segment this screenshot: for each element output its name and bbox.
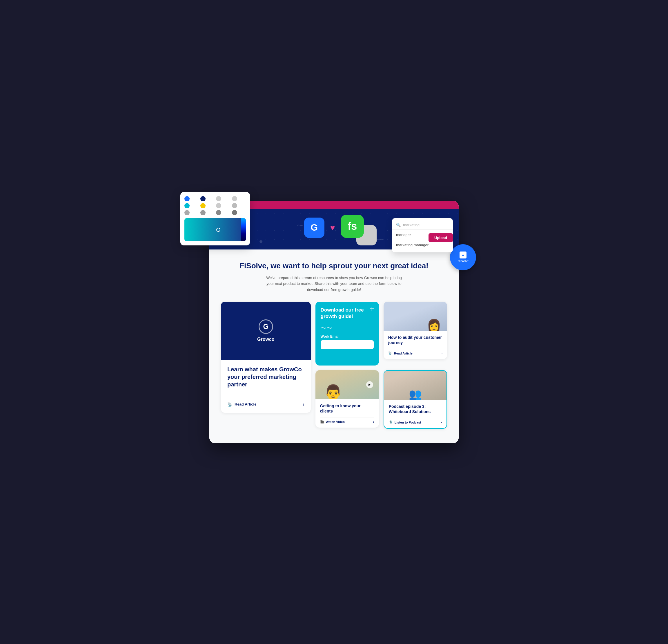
upload-button[interactable]: Upload (428, 233, 453, 242)
play-button[interactable]: ▶ (366, 381, 373, 388)
search-input-row: 🔍 marketing (392, 221, 453, 230)
download-card-title: Download our free growth guide! (321, 307, 374, 320)
search-icon: 🔍 (396, 223, 401, 227)
fs-logo: fs (341, 215, 364, 238)
podcast-card-body: Podcast episode 3: Whiteboard Solutions … (384, 400, 446, 428)
podcast-card-chevron: › (441, 421, 442, 424)
color-gradient-picker[interactable] (184, 218, 246, 241)
color-dot-yellow[interactable] (200, 203, 206, 208)
email-label: Work Email (321, 334, 374, 339)
deco-symbol-2: ♦ (259, 237, 263, 245)
video-card-image: ▶ (316, 370, 379, 399)
podcast-card-title: Podcast episode 3: Whiteboard Solutions (389, 404, 442, 414)
wifi-icon: 📡 (227, 402, 232, 407)
color-dot-gray7[interactable] (216, 210, 221, 215)
video-card: ▶ Getting to know your clients 🎬 Watch V… (316, 370, 379, 428)
clearbit-badge: Clearbit (450, 244, 476, 270)
clearbit-icon (459, 252, 467, 258)
big-card-hero: G Growco (221, 302, 311, 360)
content-area: FiSolve, we want to help sprout your nex… (209, 250, 459, 444)
email-input[interactable] (321, 340, 374, 349)
deco-symbol-3: ⁓ (297, 221, 304, 229)
color-dot-gray1[interactable] (216, 196, 221, 201)
article-card-link[interactable]: 📡 Read Article › (388, 349, 442, 355)
big-card-body: Learn what makes GrowCo your preferred m… (221, 360, 311, 413)
video-icon: 🎬 (320, 420, 324, 423)
color-dot-gray5[interactable] (184, 210, 189, 215)
color-dot-gray3[interactable] (216, 203, 221, 208)
color-dot-blue[interactable] (184, 196, 189, 201)
page-header: FiSolve, we want to help sprout your nex… (221, 261, 447, 293)
clearbit-label: Clearbit (457, 260, 468, 263)
page-subtitle: We've prepared this stream of resources … (264, 275, 404, 293)
g-logo: G (304, 218, 324, 238)
video-card-watch-label: Watch Video (326, 420, 345, 423)
video-card-title: Getting to know your clients (320, 403, 374, 414)
video-card-chevron: › (373, 420, 374, 423)
big-card-chevron: › (303, 402, 304, 407)
cards-grid: G Growco Learn what makes GrowCo your pr… (221, 302, 447, 429)
hue-bar[interactable] (241, 218, 246, 241)
podcast-card-listen-label: Listen to Podcast (395, 421, 421, 424)
podcast-card-link[interactable]: 🎙️ Listen to Podcast › (389, 418, 442, 424)
podcast-card-image (384, 371, 446, 400)
color-dot-teal[interactable] (184, 203, 189, 208)
page-title: FiSolve, we want to help sprout your nex… (221, 261, 447, 271)
video-card-body: Getting to know your clients 🎬 Watch Vid… (316, 399, 379, 428)
big-card-title: Learn what makes GrowCo your preferred m… (227, 365, 304, 388)
big-card: G Growco Learn what makes GrowCo your pr… (221, 302, 311, 413)
color-dots (184, 196, 246, 215)
article-wifi-icon: 📡 (388, 351, 392, 355)
big-card-read-link[interactable]: 📡 Read Article › (227, 402, 304, 407)
color-dot-gray8[interactable] (232, 210, 237, 215)
deco-symbol-4: ⁓ (377, 235, 384, 243)
color-picker-card (180, 192, 250, 245)
video-card-link[interactable]: 🎬 Watch Video › (320, 417, 374, 423)
download-card: Download our free growth guide! 〜〜 Work … (316, 302, 379, 365)
article-card-chevron: › (441, 351, 442, 355)
growco-label: Growco (257, 337, 275, 342)
color-dot-gray6[interactable] (200, 210, 206, 215)
color-dot-gray4[interactable] (232, 203, 237, 208)
color-dot-gray2[interactable] (232, 196, 237, 201)
color-dot-darkblue[interactable] (200, 196, 206, 201)
heart-icon: ♥ (330, 223, 335, 233)
article-card-image (383, 302, 447, 331)
card-divider (227, 397, 304, 397)
article-card-body: How to audit your customer journey 📡 Rea… (383, 331, 447, 359)
big-card-read-label: Read Article (234, 402, 256, 406)
growco-g-logo: G (259, 319, 273, 334)
article-card: How to audit your customer journey 📡 Rea… (383, 302, 447, 359)
search-current-value[interactable]: marketing (403, 223, 420, 227)
article-card-read-label: Read Article (394, 351, 413, 355)
podcast-card: Podcast episode 3: Whiteboard Solutions … (383, 370, 447, 429)
podcast-icon: 🎙️ (389, 420, 393, 424)
article-card-title: How to audit your customer journey (388, 335, 442, 345)
gradient-selector[interactable] (216, 228, 221, 232)
wave-icon: 〜〜 (321, 324, 374, 332)
